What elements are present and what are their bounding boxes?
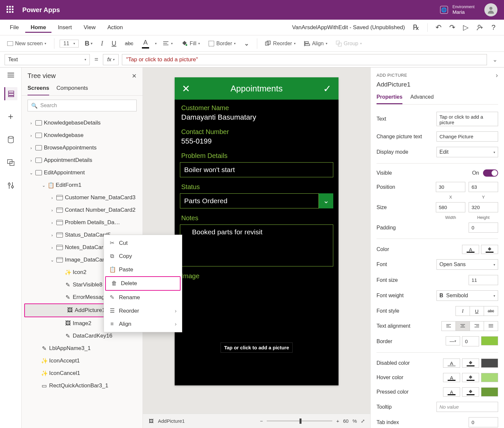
addpicture-control[interactable]: Tap or click to add a picture: [221, 342, 293, 353]
fit-icon[interactable]: ⤢: [361, 418, 365, 424]
property-selector[interactable]: Text▾: [5, 54, 90, 65]
tree-node[interactable]: ▭RectQuickActionBar3_1: [23, 379, 141, 392]
tab-components[interactable]: Components: [56, 83, 88, 95]
prop-changepic-input[interactable]: Change Picture: [436, 131, 498, 142]
redo-icon[interactable]: ↷: [449, 23, 455, 32]
border-color[interactable]: [481, 336, 498, 345]
disabled-swatch[interactable]: [481, 359, 498, 368]
menu-action[interactable]: Action: [102, 22, 128, 33]
visible-toggle[interactable]: [483, 169, 498, 177]
tree-node[interactable]: ›Problem Details_DataCard2: [23, 216, 141, 229]
border-style[interactable]: — ▾: [446, 336, 460, 345]
align-center[interactable]: [456, 321, 470, 331]
hamburger-icon[interactable]: [8, 73, 14, 77]
formula-input[interactable]: "Tap or click to add a picture": [122, 54, 487, 65]
padding-input[interactable]: 0: [469, 223, 498, 233]
ctx-reorder[interactable]: ☰Reorder›: [104, 304, 182, 318]
chevron-right-icon[interactable]: ›: [496, 71, 498, 79]
ctx-align[interactable]: ≡Align›: [104, 318, 182, 331]
font-select[interactable]: Open Sans▾: [436, 259, 498, 270]
ctx-delete[interactable]: 🗑Delete: [105, 276, 181, 291]
chevron-down-icon[interactable]: ⌄: [319, 193, 333, 208]
expand-toolbar-button[interactable]: ⌄: [242, 39, 252, 49]
tab-advanced[interactable]: Advanced: [410, 92, 434, 104]
border-button[interactable]: Border▾: [206, 39, 238, 48]
ctx-copy[interactable]: ⧉Copy: [104, 250, 182, 263]
expand-formula-icon[interactable]: ⌄: [490, 56, 499, 63]
play-icon[interactable]: ▷: [463, 23, 469, 32]
align-right[interactable]: [470, 321, 484, 331]
fontsize-input[interactable]: 11: [469, 275, 498, 285]
tree-node[interactable]: ✎LblAppName3_1: [23, 342, 141, 355]
notes-input[interactable]: Booked parts for revisit: [180, 224, 333, 266]
zoom-in-icon[interactable]: +: [336, 418, 339, 424]
tree-node[interactable]: ✨IconCancel1: [23, 367, 141, 379]
disabled-fill[interactable]: [462, 359, 479, 368]
pos-x-input[interactable]: 30: [436, 182, 465, 192]
align-justify[interactable]: [484, 321, 498, 331]
app-launcher-icon[interactable]: [7, 6, 14, 14]
ctx-cut[interactable]: ✂Cut: [104, 236, 182, 250]
bold-button[interactable]: B ▾: [82, 38, 95, 49]
tree-node[interactable]: ›BrowseAppointments: [23, 142, 141, 154]
italic-toggle[interactable]: I: [456, 306, 470, 316]
accept-icon[interactable]: ✓: [323, 83, 331, 94]
strike-toggle[interactable]: abc: [484, 306, 498, 316]
border-width[interactable]: 0: [462, 336, 479, 346]
tree-node[interactable]: ›KnowledgebaseDetails: [23, 117, 141, 129]
underline-button[interactable]: U: [109, 38, 119, 49]
hover-fill[interactable]: [462, 373, 479, 382]
pos-y-input[interactable]: 63: [469, 182, 498, 192]
align-left[interactable]: [441, 321, 456, 331]
font-color-button[interactable]: A: [139, 37, 152, 50]
underline-toggle[interactable]: U: [470, 306, 484, 316]
tree-node[interactable]: ✨IconAccept1: [23, 355, 141, 367]
prop-display-select[interactable]: Edit▾: [436, 147, 498, 157]
share-icon[interactable]: [476, 24, 484, 31]
menu-view[interactable]: View: [78, 22, 101, 33]
width-input[interactable]: 580: [436, 202, 465, 212]
hover-swatch[interactable]: [481, 373, 498, 382]
problem-details-input[interactable]: Boiler won't start: [180, 162, 333, 177]
tree-node[interactable]: ›Customer Name_DataCard3: [23, 191, 141, 204]
align-text-button[interactable]: ▾: [160, 40, 175, 48]
advanced-icon[interactable]: [4, 179, 17, 192]
media-icon[interactable]: [4, 156, 17, 169]
pressed-swatch[interactable]: [481, 387, 498, 397]
cancel-icon[interactable]: ✕: [182, 83, 190, 94]
pressed-font[interactable]: A: [443, 387, 460, 397]
fill-button[interactable]: Fill▾: [179, 39, 203, 48]
italic-button[interactable]: I: [98, 38, 106, 49]
font-color-glyph[interactable]: A: [462, 245, 479, 254]
undo-icon[interactable]: ↶: [436, 23, 441, 32]
align-button[interactable]: Align▾: [301, 39, 330, 48]
tabidx-input[interactable]: 0: [469, 417, 498, 427]
search-input[interactable]: 🔍 Search: [28, 100, 137, 111]
hover-font[interactable]: A: [443, 373, 460, 382]
status-dropdown[interactable]: Parts Ordered ⌄: [180, 193, 333, 208]
insert-icon[interactable]: +: [4, 110, 17, 123]
user-avatar[interactable]: [484, 3, 497, 16]
font-color-caret[interactable]: ▾: [155, 42, 157, 45]
tree-node[interactable]: ›Knowledgebase: [23, 129, 141, 142]
height-input[interactable]: 320: [469, 202, 498, 212]
fill-color-glyph[interactable]: [481, 245, 498, 254]
menu-file[interactable]: File: [5, 22, 24, 33]
new-screen-button[interactable]: New screen▾: [5, 39, 49, 48]
tree-node[interactable]: ›AppointmentDetails: [23, 154, 141, 166]
prop-text-input[interactable]: Tap or click to add a picture: [436, 112, 498, 126]
menu-home[interactable]: Home: [25, 22, 51, 33]
disabled-font[interactable]: A: [443, 359, 460, 368]
close-panel-icon[interactable]: ✕: [132, 72, 137, 80]
zoom-slider[interactable]: [267, 420, 332, 421]
tree-node[interactable]: ›Contact Number_DataCard2: [23, 204, 141, 216]
tab-properties[interactable]: Properties: [377, 92, 402, 104]
strikethrough-button[interactable]: abc: [122, 39, 136, 48]
fontweight-select[interactable]: B Semibold▾: [436, 290, 498, 301]
font-size-input[interactable]: 11▾: [60, 40, 79, 48]
zoom-out-icon[interactable]: −: [260, 418, 263, 424]
help-icon[interactable]: ?: [492, 23, 495, 32]
environment-switcher[interactable]: 🌐 Environment Maria: [440, 5, 475, 15]
menu-insert[interactable]: Insert: [53, 22, 77, 33]
ctx-rename[interactable]: ✎Rename: [104, 291, 182, 304]
